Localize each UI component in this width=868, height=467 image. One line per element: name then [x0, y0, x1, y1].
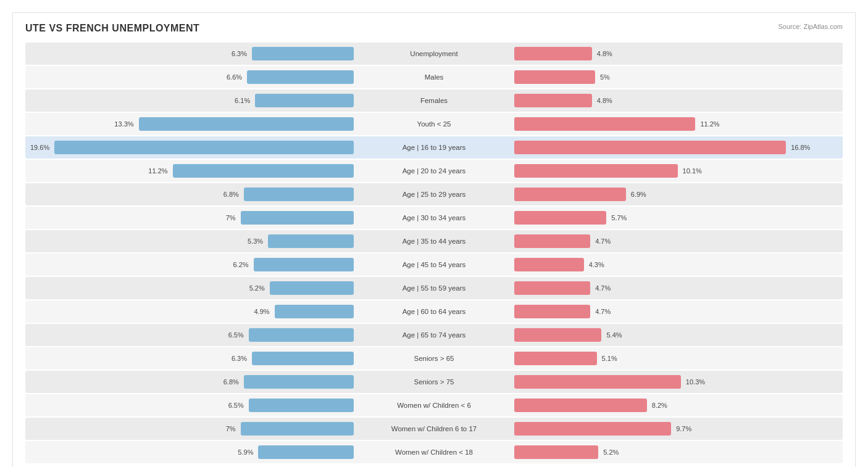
- ute-bar: [244, 375, 354, 389]
- left-bar-area: 6.5%: [30, 399, 354, 412]
- french-value: 4.7%: [595, 308, 611, 315]
- left-bar-area: 4.9%: [30, 305, 354, 318]
- table-row: 6.5% Women w/ Children < 6 8.2%: [25, 394, 843, 416]
- ute-value: 6.1%: [235, 97, 250, 104]
- ute-value: 6.3%: [232, 50, 247, 57]
- row-label: Age | 30 to 34 years: [354, 214, 514, 221]
- french-value: 10.3%: [686, 378, 705, 386]
- french-bar: [514, 399, 647, 412]
- ute-bar: [275, 305, 354, 318]
- ute-bar: [254, 258, 354, 271]
- french-value: 6.9%: [631, 191, 646, 198]
- ute-value: 6.8%: [223, 191, 239, 198]
- row-label: Age | 45 to 54 years: [354, 261, 514, 268]
- ute-bar: [268, 234, 354, 248]
- french-bar: [514, 234, 590, 248]
- row-label: Age | 35 to 44 years: [354, 238, 514, 245]
- left-bar-area: 6.6%: [30, 70, 354, 84]
- left-bar-area: 5.3%: [30, 234, 354, 248]
- french-bar: [514, 305, 590, 318]
- ute-value: 5.9%: [238, 448, 253, 456]
- chart-body: 6.3% Unemployment 4.8% 6.6% Males 5%: [25, 43, 843, 463]
- row-wrapper: 6.8% Age | 25 to 29 years 6.9%: [25, 185, 843, 204]
- row-label: Youth < 25: [354, 120, 514, 128]
- right-bar-area: 4.8%: [514, 94, 838, 107]
- left-bar-area: 6.2%: [30, 258, 354, 271]
- chart-title: UTE VS FRENCH UNEMPLOYMENT: [25, 23, 199, 34]
- row-label: Age | 25 to 29 years: [354, 191, 514, 198]
- right-bar-area: 10.1%: [514, 164, 838, 178]
- right-bar-area: 4.7%: [514, 281, 838, 295]
- french-bar: [514, 281, 590, 295]
- row-label: Seniors > 75: [354, 378, 514, 386]
- french-value: 5.4%: [606, 331, 622, 339]
- row-label: Females: [354, 97, 514, 104]
- right-bar-area: 5.1%: [514, 352, 838, 365]
- left-bar-area: 6.3%: [30, 352, 354, 365]
- row-label: Unemployment: [354, 50, 514, 57]
- chart-header: UTE VS FRENCH UNEMPLOYMENT Source: ZipAt…: [25, 23, 843, 34]
- ute-value: 5.3%: [248, 238, 263, 245]
- table-row: 6.3% Unemployment 4.8%: [25, 43, 843, 65]
- row-wrapper: 6.3% Seniors > 65 5.1%: [25, 349, 843, 368]
- left-bar-area: 7%: [30, 211, 354, 225]
- french-value: 4.7%: [595, 238, 611, 245]
- left-bar-area: 7%: [30, 422, 354, 436]
- french-value: 5.2%: [603, 448, 619, 456]
- row-wrapper: 6.6% Males 5%: [25, 68, 843, 86]
- right-bar-area: 5.2%: [514, 445, 838, 459]
- french-bar: [514, 375, 681, 389]
- ute-value: 7%: [226, 425, 236, 432]
- left-bar-area: 6.1%: [30, 94, 354, 107]
- french-bar: [514, 94, 592, 107]
- row-wrapper: 6.5% Women w/ Children < 6 8.2%: [25, 396, 843, 415]
- table-row: 5.2% Age | 55 to 59 years 4.7%: [25, 277, 843, 299]
- table-row: 6.8% Seniors > 75 10.3%: [25, 371, 843, 393]
- row-wrapper: 13.3% Youth < 25 11.2%: [25, 115, 843, 133]
- french-value: 5%: [600, 73, 610, 81]
- ute-value: 6.5%: [228, 331, 244, 339]
- french-bar: [514, 211, 606, 225]
- right-bar-area: 6.9%: [514, 188, 838, 201]
- ute-bar: [244, 188, 354, 201]
- chart-source: Source: ZipAtlas.com: [778, 23, 843, 30]
- row-wrapper: 11.2% Age | 20 to 24 years 10.1%: [25, 162, 843, 180]
- row-wrapper: 4.9% Age | 60 to 64 years 4.7%: [25, 302, 843, 321]
- table-row: 19.6% Age | 16 to 19 years 16.8%: [25, 136, 843, 159]
- french-value: 5.7%: [611, 214, 627, 221]
- row-wrapper: 6.5% Age | 65 to 74 years 5.4%: [25, 326, 843, 344]
- french-value: 9.7%: [676, 425, 691, 432]
- ute-bar: [255, 94, 354, 107]
- ute-value: 6.6%: [227, 73, 242, 81]
- left-bar-area: 19.6%: [30, 141, 354, 154]
- ute-bar: [249, 399, 354, 412]
- right-bar-area: 4.8%: [514, 47, 838, 60]
- row-wrapper: 6.1% Females 4.8%: [25, 91, 843, 110]
- right-bar-area: 4.3%: [514, 258, 838, 271]
- left-bar-area: 6.8%: [30, 188, 354, 201]
- ute-bar: [247, 70, 354, 84]
- left-bar-area: 5.9%: [30, 445, 354, 459]
- ute-bar: [173, 164, 354, 178]
- ute-bar: [139, 117, 354, 131]
- ute-value: 13.3%: [114, 120, 133, 128]
- row-label: Age | 65 to 74 years: [354, 331, 514, 339]
- table-row: 6.2% Age | 45 to 54 years 4.3%: [25, 254, 843, 276]
- ute-bar: [241, 211, 354, 225]
- french-value: 4.8%: [597, 50, 612, 57]
- right-bar-area: 16.8%: [514, 141, 838, 154]
- french-bar: [514, 70, 595, 84]
- french-bar: [514, 328, 601, 342]
- ute-bar: [241, 422, 354, 436]
- row-wrapper: 5.3% Age | 35 to 44 years 4.7%: [25, 232, 843, 250]
- left-bar-area: 6.5%: [30, 328, 354, 342]
- right-bar-area: 11.2%: [514, 117, 838, 131]
- french-value: 16.8%: [791, 144, 810, 151]
- row-wrapper: 6.3% Unemployment 4.8%: [25, 44, 843, 63]
- row-wrapper: 5.2% Age | 55 to 59 years 4.7%: [25, 279, 843, 297]
- ute-value: 7%: [226, 214, 236, 221]
- table-row: 6.5% Age | 65 to 74 years 5.4%: [25, 324, 843, 346]
- ute-bar: [249, 328, 354, 342]
- french-value: 8.2%: [652, 402, 667, 409]
- french-bar: [514, 445, 598, 459]
